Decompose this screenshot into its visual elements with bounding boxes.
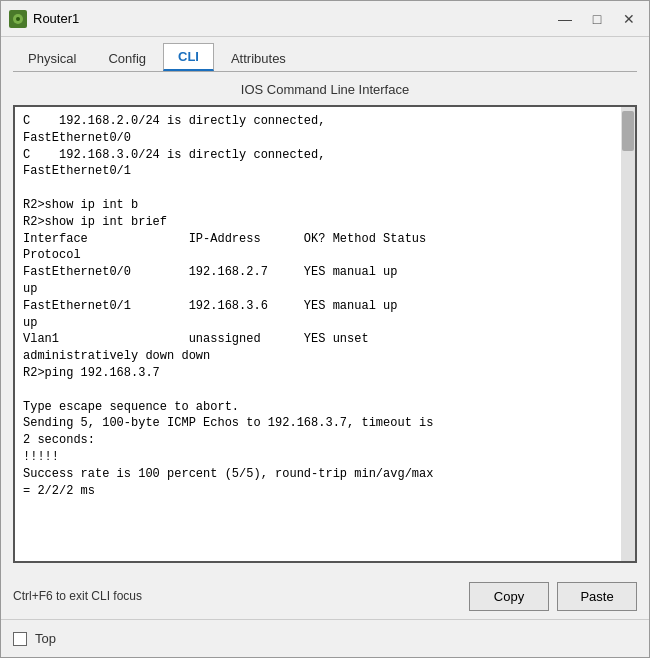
paste-button[interactable]: Paste xyxy=(557,582,637,611)
window-controls: — □ ✕ xyxy=(553,7,641,31)
tab-physical[interactable]: Physical xyxy=(13,45,91,71)
tab-bar: Physical Config CLI Attributes xyxy=(1,37,649,71)
window-title: Router1 xyxy=(33,11,553,26)
cli-hint: Ctrl+F6 to exit CLI focus xyxy=(13,589,461,603)
top-checkbox[interactable] xyxy=(13,632,27,646)
app-icon xyxy=(9,10,27,28)
terminal-output[interactable]: C 192.168.2.0/24 is directly connected, … xyxy=(15,107,621,561)
scrollbar-thumb[interactable] xyxy=(622,111,634,151)
tab-cli[interactable]: CLI xyxy=(163,43,214,71)
tab-attributes[interactable]: Attributes xyxy=(216,45,301,71)
bottom-bar: Ctrl+F6 to exit CLI focus Copy Paste xyxy=(1,573,649,619)
scrollbar-track[interactable] xyxy=(621,107,635,561)
maximize-button[interactable]: □ xyxy=(585,7,609,31)
top-label: Top xyxy=(35,631,56,646)
terminal-container[interactable]: C 192.168.2.0/24 is directly connected, … xyxy=(13,105,637,563)
router-window: Router1 — □ ✕ Physical Config CLI Attrib… xyxy=(0,0,650,658)
minimize-button[interactable]: — xyxy=(553,7,577,31)
svg-point-2 xyxy=(16,17,20,21)
copy-button[interactable]: Copy xyxy=(469,582,549,611)
content-area: IOS Command Line Interface C 192.168.2.0… xyxy=(1,72,649,573)
title-bar: Router1 — □ ✕ xyxy=(1,1,649,37)
close-button[interactable]: ✕ xyxy=(617,7,641,31)
tab-config[interactable]: Config xyxy=(93,45,161,71)
footer-bar: Top xyxy=(1,619,649,657)
section-title: IOS Command Line Interface xyxy=(13,82,637,97)
